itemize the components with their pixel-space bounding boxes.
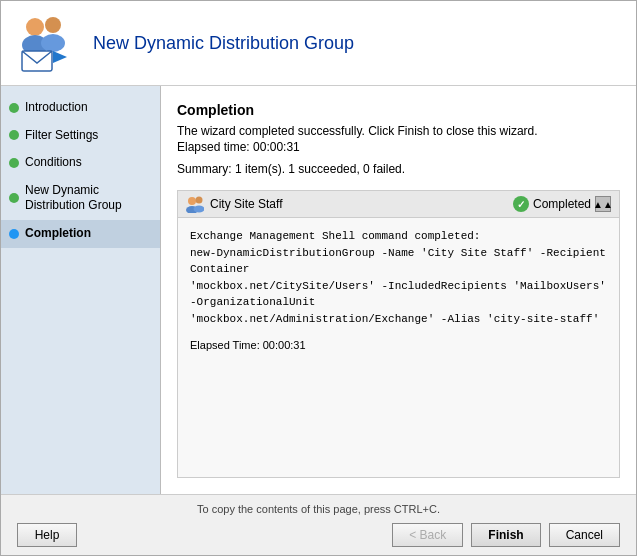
wizard-sidebar: Introduction Filter Settings Conditions …	[1, 86, 161, 494]
svg-point-0	[26, 18, 44, 36]
svg-point-3	[41, 34, 65, 52]
sidebar-dot-conditions	[9, 158, 19, 168]
summary-body: Exchange Management Shell command comple…	[178, 218, 619, 477]
elapsed-detail: Elapsed Time: 00:00:31	[190, 337, 607, 354]
sidebar-item-conditions[interactable]: Conditions	[1, 149, 160, 177]
help-button[interactable]: Help	[17, 523, 77, 547]
btn-right-group: < Back Finish Cancel	[392, 523, 620, 547]
summary-header: City Site Staff ✓ Completed ▲▲	[178, 191, 619, 218]
wizard-content: Completion The wizard completed successf…	[161, 86, 636, 494]
sidebar-label-introduction: Introduction	[25, 100, 152, 116]
completed-check-icon: ✓	[513, 196, 529, 212]
wizard-header: New Dynamic Distribution Group	[1, 1, 636, 86]
wizard-footer: To copy the contents of this page, press…	[1, 494, 636, 555]
sidebar-item-filter-settings[interactable]: Filter Settings	[1, 122, 160, 150]
wizard-body: Introduction Filter Settings Conditions …	[1, 86, 636, 494]
svg-marker-5	[53, 51, 67, 63]
sidebar-item-new-dynamic-distribution-group[interactable]: New Dynamic Distribution Group	[1, 177, 160, 220]
footer-buttons: Help < Back Finish Cancel	[17, 523, 620, 547]
sidebar-dot-introduction	[9, 103, 19, 113]
command-text: Exchange Management Shell command comple…	[190, 228, 607, 327]
sidebar-label-conditions: Conditions	[25, 155, 152, 171]
sidebar-item-completion[interactable]: Completion	[1, 220, 160, 248]
wizard-header-icon	[17, 13, 77, 73]
collapse-button[interactable]: ▲▲	[595, 196, 611, 212]
finish-button[interactable]: Finish	[471, 523, 540, 547]
content-elapsed: Elapsed time: 00:00:31	[177, 140, 620, 154]
svg-point-6	[188, 197, 196, 205]
summary-header-left: City Site Staff	[186, 195, 282, 213]
sidebar-label-new-dynamic: New Dynamic Distribution Group	[25, 183, 152, 214]
sidebar-dot-completion	[9, 229, 19, 239]
sidebar-item-introduction[interactable]: Introduction	[1, 94, 160, 122]
cancel-button[interactable]: Cancel	[549, 523, 620, 547]
group-icon	[186, 195, 204, 213]
sidebar-dot-new-dynamic	[9, 193, 19, 203]
sidebar-label-filter-settings: Filter Settings	[25, 128, 152, 144]
svg-point-8	[196, 197, 203, 204]
content-title: Completion	[177, 102, 620, 118]
content-summary: Summary: 1 item(s). 1 succeeded, 0 faile…	[177, 162, 620, 176]
summary-header-right: ✓ Completed ▲▲	[513, 196, 611, 212]
completed-label: Completed	[533, 197, 591, 211]
svg-point-2	[45, 17, 61, 33]
svg-point-9	[194, 206, 205, 213]
sidebar-label-completion: Completion	[25, 226, 152, 242]
wizard-title: New Dynamic Distribution Group	[93, 33, 354, 54]
group-name: City Site Staff	[210, 197, 282, 211]
footer-note: To copy the contents of this page, press…	[17, 503, 620, 515]
back-button[interactable]: < Back	[392, 523, 463, 547]
summary-section: City Site Staff ✓ Completed ▲▲ Exchange …	[177, 190, 620, 478]
content-line1: The wizard completed successfully. Click…	[177, 124, 620, 138]
header-icon-svg	[17, 13, 77, 73]
wizard-window: New Dynamic Distribution Group Introduct…	[0, 0, 637, 556]
sidebar-dot-filter-settings	[9, 130, 19, 140]
